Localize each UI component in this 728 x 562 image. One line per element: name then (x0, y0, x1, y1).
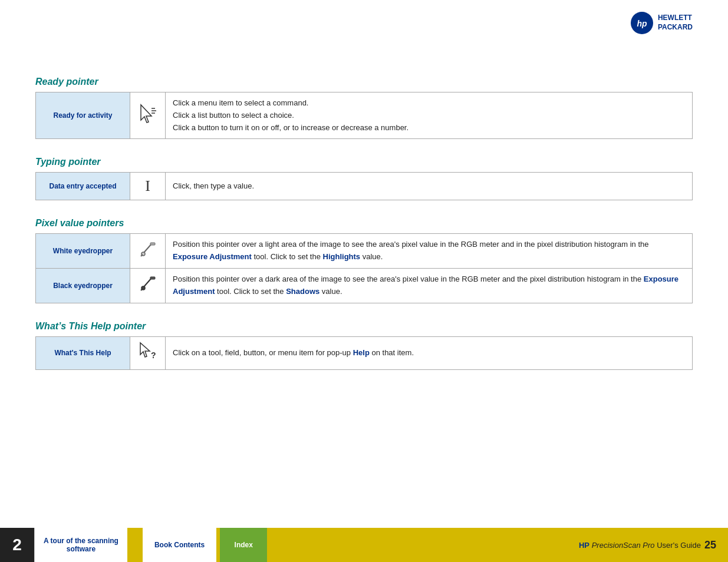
page-wrapper: hp HEWLETT PACKARD Ready pointer Ready f… (0, 0, 728, 562)
help-link[interactable]: Help (353, 348, 370, 357)
svg-marker-14 (140, 343, 150, 357)
svg-line-9 (141, 254, 143, 256)
pixel-value-pointers-table: White eyedropper Position this pointer o… (35, 233, 693, 303)
ready-desc-1: Click a menu item to select a command. (173, 97, 685, 110)
pixel-value-pointers-heading: Pixel value pointers (35, 218, 693, 229)
svg-rect-11 (150, 277, 155, 279)
typing-pointer-icon-cell: I (130, 173, 166, 200)
chapter-number: 2 (0, 528, 34, 562)
exposure-adjustment-link-1[interactable]: Exposure Adjustment (173, 252, 252, 261)
typing-pointer-desc: Click, then type a value. (166, 173, 693, 200)
svg-text:hp: hp (637, 19, 647, 28)
svg-rect-7 (150, 243, 155, 245)
bottom-nav-bar: 2 A tour of the scanning software Book C… (0, 528, 728, 562)
chapter-title-line1: A tour of the scanning (44, 537, 118, 545)
guide-suffix: User's Guide (657, 541, 701, 550)
hp-logo-area: hp HEWLETT PACKARD (631, 12, 693, 34)
ready-pointer-table: Ready for activity Click a menu item to … (35, 92, 693, 139)
ready-cursor-icon (139, 114, 157, 127)
typing-pointer-table: Data entry accepted I Click, then type a… (35, 172, 693, 200)
chapter-title-line2: software (44, 545, 118, 553)
ready-desc-2: Click a list button to select a choice. (173, 110, 685, 122)
typing-pointer-label: Data entry accepted (36, 173, 130, 200)
help-cursor-icon: ? (138, 351, 158, 364)
page-number: 25 (704, 539, 716, 551)
svg-marker-2 (141, 105, 151, 123)
text-cursor-icon: I (145, 177, 150, 194)
book-contents-button[interactable]: Book Contents (143, 528, 216, 562)
svg-line-10 (143, 278, 151, 287)
svg-line-6 (143, 244, 151, 253)
white-eyedropper-icon-cell (130, 234, 166, 269)
whats-this-help-icon-cell: ? (130, 336, 166, 369)
ready-pointer-desc: Click a menu item to select a command. C… (166, 92, 693, 139)
white-eyedropper-icon (140, 247, 156, 260)
whats-this-help-table: What's This Help ? Click on a tool, fiel… (35, 336, 693, 370)
typing-pointer-heading: Typing pointer (35, 157, 693, 167)
nav-right-area: HP PrecisionScan Pro User's Guide 25 (579, 539, 728, 551)
content-area: Ready pointer Ready for activity Cl (35, 18, 693, 429)
exposure-adjustment-link-2[interactable]: Exposure Adjustment (173, 275, 678, 296)
ready-pointer-heading: Ready pointer (35, 77, 693, 87)
whats-this-help-desc: Click on a tool, field, button, or menu … (166, 336, 693, 369)
typing-pointer-row: Data entry accepted I Click, then type a… (36, 173, 693, 200)
black-eyedropper-icon (140, 282, 156, 295)
guide-italic-title: PrecisionScan Pro (592, 541, 655, 550)
black-eyedropper-icon-cell (130, 268, 166, 303)
ready-desc-3: Click a button to turn it on or off, or … (173, 122, 685, 134)
hp-brand-text: HEWLETT PACKARD (658, 14, 693, 32)
guide-hp-brand: HP (579, 541, 589, 550)
whats-this-help-heading: What’s This Help pointer (35, 321, 693, 332)
svg-text:?: ? (151, 351, 156, 360)
highlights-link[interactable]: Highlights (323, 252, 361, 261)
black-eyedropper-row: Black eyedropper Position this pointer o… (36, 268, 693, 303)
hp-logo-circle: hp (631, 12, 653, 34)
svg-line-13 (141, 289, 143, 290)
whats-this-help-label: What's This Help (36, 336, 130, 369)
black-eyedropper-label: Black eyedropper (36, 268, 130, 303)
guide-text: HP PrecisionScan Pro User's Guide (579, 541, 701, 550)
black-eyedropper-desc: Position this pointer over a dark area o… (166, 268, 693, 303)
index-button[interactable]: Index (220, 528, 267, 562)
chapter-title[interactable]: A tour of the scanning software (34, 528, 127, 562)
shadows-link[interactable]: Shadows (286, 287, 319, 296)
whats-this-help-row: What's This Help ? Click on a tool, fiel… (36, 336, 693, 369)
white-eyedropper-label: White eyedropper (36, 234, 130, 269)
white-eyedropper-row: White eyedropper Position this pointer o… (36, 234, 693, 269)
ready-pointer-icon-cell (130, 92, 166, 139)
white-eyedropper-desc: Position this pointer over a light area … (166, 234, 693, 269)
ready-pointer-row: Ready for activity Click a menu item to … (36, 92, 693, 139)
ready-pointer-label: Ready for activity (36, 92, 130, 139)
